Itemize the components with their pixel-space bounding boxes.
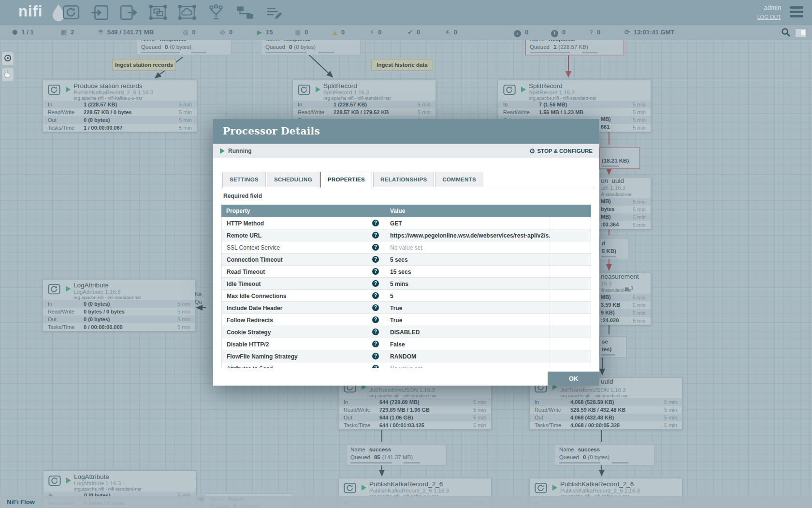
- connection-label[interactable]: NamesuccessQueued0(0 bytes): [555, 444, 654, 465]
- property-actions-cell: [550, 278, 591, 289]
- help-icon[interactable]: ?: [372, 244, 379, 251]
- toggle-panel-button[interactable]: [795, 29, 807, 38]
- stat-row: Read/Write228.57 KB / 0 bytes5 min: [43, 108, 197, 116]
- connection-label-clipped[interactable]: d5 KB): [599, 238, 628, 259]
- processor-type: LogAttribute 1.16.3: [73, 289, 120, 295]
- property-row: Connection Timeout?5 secs: [222, 254, 591, 266]
- property-name: Include Date Header: [227, 305, 282, 312]
- connection-row: Queued0(0 bytes): [559, 453, 650, 461]
- processor-bundle: org.apache.nifi - nifi-standard-nar: [560, 393, 628, 398]
- value-cell[interactable]: 5 mins: [385, 278, 550, 289]
- logout-link[interactable]: LOG OUT: [757, 14, 781, 20]
- output-port-icon[interactable]: [120, 4, 138, 21]
- processor-details-dialog: Processor Details Running ⚙STOP & CONFIG…: [213, 119, 599, 386]
- value-cell[interactable]: DISABLED: [385, 326, 550, 338]
- refresh-status[interactable]: ⟳13:01:41 GMT: [624, 25, 674, 40]
- connection-row: Queued0(0 bytes): [141, 43, 227, 51]
- connection-label-clipped[interactable]: (18.21 KB): [599, 148, 640, 169]
- stop-and-configure-button[interactable]: ⚙STOP & CONFIGURE: [529, 144, 593, 158]
- connection-label-clipped[interactable]: setes): [599, 336, 626, 358]
- connection-row: d: [602, 239, 626, 247]
- help-icon[interactable]: ?: [372, 353, 379, 359]
- help-icon[interactable]: ?: [372, 329, 379, 335]
- value-cell[interactable]: False: [385, 338, 550, 350]
- property-actions-cell: [550, 314, 591, 326]
- connection-label[interactable]: NamesuccessQueued85(141.37 MB): [346, 444, 447, 465]
- property-cell: Read Timeout?: [222, 266, 385, 277]
- panel-icon: [801, 30, 805, 35]
- ok-button[interactable]: OK: [548, 372, 599, 386]
- template-icon[interactable]: [236, 4, 254, 21]
- property-row: HTTP Method?GET: [222, 217, 591, 229]
- queue-bars: [530, 52, 620, 53]
- help-icon[interactable]: ?: [372, 365, 379, 368]
- value-cell[interactable]: RANDOM: [385, 350, 550, 362]
- property-actions-cell: [550, 326, 591, 338]
- help-icon[interactable]: ?: [372, 280, 379, 287]
- help-icon[interactable]: ?: [372, 292, 379, 299]
- tab-comments[interactable]: COMMENTS: [435, 172, 483, 187]
- status-count: 0: [304, 29, 308, 36]
- help-icon[interactable]: ?: [372, 268, 379, 275]
- stat-row: Tasks/Time644 / 00:01:03.4255 min: [339, 421, 491, 429]
- sync-failure-icon: ?: [590, 29, 593, 36]
- processor-produce-station-records[interactable]: Produce station recordsPublishKafkaRecor…: [43, 80, 197, 132]
- pan-button[interactable]: [1, 68, 14, 81]
- property-value: GET: [390, 220, 402, 227]
- help-icon[interactable]: ?: [372, 220, 379, 226]
- value-cell[interactable]: True: [385, 302, 550, 314]
- value-cell[interactable]: https://www.pegelonline.wsv.de/webservic…: [385, 229, 550, 241]
- value-cell[interactable]: True: [385, 314, 550, 326]
- value-cell[interactable]: 5 secs: [385, 254, 550, 265]
- tab-relationships[interactable]: RELATIONSHIPS: [373, 172, 434, 187]
- running-icon: ▶: [257, 29, 262, 36]
- help-icon[interactable]: ?: [372, 232, 379, 239]
- help-icon[interactable]: ?: [372, 341, 379, 347]
- processor-logattribute[interactable]: LogAttributeLogAttribute 1.16.3org.apach…: [43, 279, 196, 331]
- help-icon[interactable]: ?: [372, 256, 379, 263]
- process-group-icon[interactable]: [149, 4, 167, 21]
- queued-icon: ≣: [98, 29, 103, 36]
- breadcrumb[interactable]: NiFi Flow: [7, 496, 35, 508]
- stat-row: In644 (729.89 MB)5 min: [339, 398, 491, 406]
- value-cell[interactable]: 5: [385, 290, 550, 301]
- tab-scheduling[interactable]: SCHEDULING: [267, 172, 319, 187]
- value-cell[interactable]: 15 secs: [385, 266, 550, 277]
- birdseye-button[interactable]: [1, 52, 14, 65]
- flow-label[interactable]: Ingest station records: [112, 59, 176, 71]
- value-cell[interactable]: GET: [385, 217, 550, 229]
- property-cell: Remote URL?: [222, 229, 385, 241]
- property-actions-cell: [550, 362, 591, 368]
- help-icon[interactable]: ?: [372, 304, 379, 311]
- tab-settings[interactable]: SETTINGS: [222, 172, 266, 187]
- property-value: 5 secs: [390, 256, 408, 263]
- search-button[interactable]: [781, 28, 791, 39]
- status-stopped: ■0: [295, 25, 308, 40]
- tab-properties[interactable]: PROPERTIES: [320, 172, 372, 188]
- status-invalid: ▲0: [333, 25, 345, 40]
- disabled-icon: ⚡: [370, 29, 374, 36]
- value-cell[interactable]: No value set: [385, 241, 550, 253]
- global-menu-button[interactable]: [790, 6, 803, 19]
- status-not-transmitting: ⊘0: [220, 25, 232, 40]
- property-value: True: [390, 317, 402, 324]
- processor-name: SplitRecord: [529, 82, 563, 90]
- label-icon[interactable]: [265, 4, 283, 21]
- value-cell[interactable]: No value set: [385, 362, 550, 368]
- status-locally-modified-stale: !0: [551, 25, 566, 40]
- property-cell: Max Idle Connections?: [222, 290, 385, 301]
- flow-label[interactable]: Ingest historic data: [371, 59, 433, 71]
- value-column-header: Value: [385, 205, 551, 217]
- funnel-icon[interactable]: [207, 4, 225, 21]
- processor-name: LogAttribute: [74, 473, 109, 480]
- processor-icon[interactable]: [62, 4, 80, 21]
- property-value: https://www.pegelonline.wsv.de/webservic…: [390, 232, 550, 239]
- property-name: Connection Timeout: [227, 256, 283, 263]
- status-disabled: ⚡0: [370, 25, 381, 40]
- property-actions-cell: [550, 338, 591, 350]
- process-groups-icon: ▦: [61, 29, 67, 36]
- help-icon[interactable]: ?: [372, 316, 379, 323]
- input-port-icon[interactable]: [91, 4, 109, 21]
- remote-process-group-icon[interactable]: [178, 4, 196, 21]
- property-row: Idle Timeout?5 mins: [222, 278, 591, 290]
